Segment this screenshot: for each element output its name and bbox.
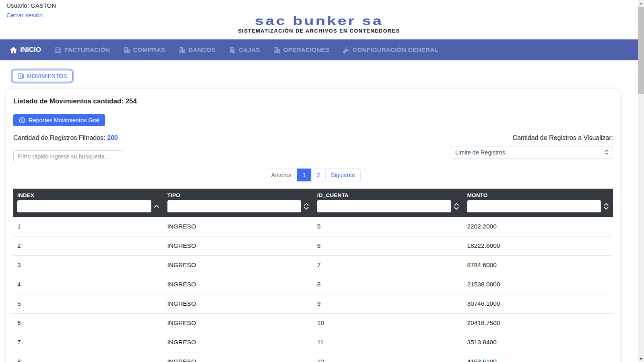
cell-monto: 3513.8400 <box>463 333 613 352</box>
movimientos-table: INDEX TIPO <box>13 189 613 362</box>
sort-both-icon[interactable] <box>303 203 309 210</box>
vertical-scrollbar[interactable] <box>638 0 644 362</box>
movimientos-card: Listado de Movimientos cantidad: 254 Rep… <box>6 89 620 362</box>
current-user-label: Usuario: GASTON <box>6 1 632 9</box>
column-filter-input-index[interactable] <box>17 200 151 212</box>
cell-monto: 30746.1000 <box>463 294 613 313</box>
nav-item-inicio[interactable]: INICIO <box>10 46 41 54</box>
table-row[interactable]: 6 INGRESO 10 20418.7500 <box>13 313 613 333</box>
cell-tipo: INGRESO <box>163 294 314 313</box>
cell-tipo: INGRESO <box>163 217 314 236</box>
nav-item-facturacion[interactable]: FACTURACIÓN <box>55 46 110 53</box>
scroll-up-icon[interactable] <box>638 0 644 6</box>
building-icon <box>124 47 130 53</box>
cell-tipo: INGRESO <box>163 352 314 362</box>
cell-id-cuenta: 6 <box>313 236 463 255</box>
scroll-down-icon[interactable] <box>638 356 644 362</box>
table-row[interactable]: 8 INGRESO 12 4163.6100 <box>13 352 613 362</box>
cell-tipo: INGRESO <box>163 333 314 352</box>
table-row[interactable]: 7 INGRESO 11 3513.8400 <box>13 333 613 352</box>
nav-item-label: BANCOS <box>188 46 215 53</box>
nav-item-cajas[interactable]: CAJAS <box>229 46 260 53</box>
cell-id-cuenta: 7 <box>313 255 463 275</box>
cell-index: 2 <box>13 236 163 255</box>
pagination-page-2-button[interactable]: 2 <box>311 169 326 181</box>
nav-item-label: INICIO <box>20 46 41 54</box>
column-header-monto[interactable]: MONTO <box>463 189 613 217</box>
cell-index: 6 <box>13 313 163 333</box>
table-row[interactable]: 1 INGRESO 5 2202.2000 <box>13 217 613 236</box>
logout-link[interactable]: Cerrar sesión <box>6 12 43 19</box>
filtered-count-label: Cantidad de Registros Filtrados: <box>13 134 105 141</box>
building-icon <box>229 47 236 53</box>
column-header-tipo[interactable]: TIPO <box>163 189 314 217</box>
logo-subtitle: SISTEMATIZACIÓN DE ARCHIVOS EN CONTENEDO… <box>0 28 638 34</box>
nav-item-label: COMPRAS <box>133 46 165 53</box>
table-row[interactable]: 3 INGRESO 7 8784.6000 <box>13 255 613 275</box>
nav-item-compras[interactable]: COMPRAS <box>124 46 165 53</box>
newspaper-icon <box>18 73 24 79</box>
newspaper-icon <box>55 47 62 53</box>
cell-index: 4 <box>13 275 163 294</box>
column-header-id-cuenta[interactable]: ID_CUENTA <box>313 189 463 217</box>
limit-select[interactable]: Limite de Registros <box>451 146 613 158</box>
cell-index: 7 <box>13 333 163 352</box>
pagination-prev-button[interactable]: Anterior <box>266 169 297 181</box>
cell-id-cuenta: 9 <box>313 294 463 313</box>
cell-monto: 18222.6000 <box>463 236 613 255</box>
sub-toolbar: MOVIMIENTOS <box>0 60 638 86</box>
reportes-movimientos-button[interactable]: Reportes Movimientos Gral <box>13 114 105 126</box>
reportes-button-label: Reportes Movimientos Gral <box>29 117 99 123</box>
nav-item-label: OPERACIONES <box>283 46 330 53</box>
filtered-count-value: 200 <box>107 134 118 141</box>
column-label: INDEX <box>17 192 159 198</box>
nav-item-label: FACTURACIÓN <box>64 46 110 53</box>
pagination: Anterior 1 2 Siguiente <box>13 169 613 181</box>
cell-monto: 2202.2000 <box>463 217 613 236</box>
cell-tipo: INGRESO <box>163 255 314 275</box>
cell-id-cuenta: 8 <box>313 275 463 294</box>
nav-item-operaciones[interactable]: OPERACIONES <box>274 46 330 53</box>
column-filter-input-monto[interactable] <box>467 200 601 212</box>
cell-monto: 21538.0000 <box>463 275 613 294</box>
page-title: Listado de Movimientos cantidad: 254 <box>13 97 613 105</box>
quick-filter-input[interactable] <box>13 150 123 162</box>
sort-asc-icon[interactable] <box>154 205 159 208</box>
table-row[interactable]: 5 INGRESO 9 30746.1000 <box>13 294 613 313</box>
movimientos-button[interactable]: MOVIMIENTOS <box>12 70 72 82</box>
pagination-page-1-button[interactable]: 1 <box>297 169 312 181</box>
nav-item-configuracion-general[interactable]: CONFIGURACIÓN GENERAL <box>343 46 438 53</box>
nav-item-bancos[interactable]: BANCOS <box>179 46 215 53</box>
limit-box: Cantidad de Registros a Visualizar: Limi… <box>451 134 613 158</box>
sort-both-icon[interactable] <box>454 203 459 210</box>
cell-monto: 20418.7500 <box>463 313 613 333</box>
cell-monto: 8784.6000 <box>463 255 613 275</box>
cell-id-cuenta: 11 <box>313 333 463 352</box>
table-controls: Cantidad de Registros a Visualizar: Limi… <box>13 143 613 162</box>
building-icon <box>274 47 281 53</box>
cell-index: 1 <box>13 217 163 236</box>
movimientos-button-label: MOVIMIENTOS <box>27 73 67 79</box>
limit-label: Cantidad de Registros a Visualizar: <box>451 134 613 142</box>
nav-item-label: CAJAS <box>239 46 260 53</box>
wrench-icon <box>343 47 350 53</box>
cell-tipo: INGRESO <box>163 236 314 255</box>
pagination-next-button[interactable]: Siguiente <box>325 169 361 181</box>
building-icon <box>179 47 186 53</box>
column-label: MONTO <box>467 192 609 198</box>
nav-item-label: CONFIGURACIÓN GENERAL <box>353 46 438 53</box>
cell-index: 5 <box>13 294 163 313</box>
limit-select-value: Limite de Registros <box>455 149 505 156</box>
column-filter-input-id-cuenta[interactable] <box>317 200 451 212</box>
cell-id-cuenta: 12 <box>313 352 463 362</box>
table-row[interactable]: 4 INGRESO 8 21538.0000 <box>13 275 613 294</box>
logo-title: sac bunker sa <box>255 15 383 27</box>
scrollbar-thumb[interactable] <box>638 7 644 94</box>
cell-tipo: INGRESO <box>163 275 314 294</box>
column-filter-input-tipo[interactable] <box>167 200 301 212</box>
table-row[interactable]: 2 INGRESO 6 18222.6000 <box>13 236 613 255</box>
column-header-index[interactable]: INDEX <box>13 189 163 217</box>
home-icon <box>10 46 17 54</box>
sort-both-icon[interactable] <box>603 203 609 210</box>
select-arrows-icon <box>605 150 609 155</box>
